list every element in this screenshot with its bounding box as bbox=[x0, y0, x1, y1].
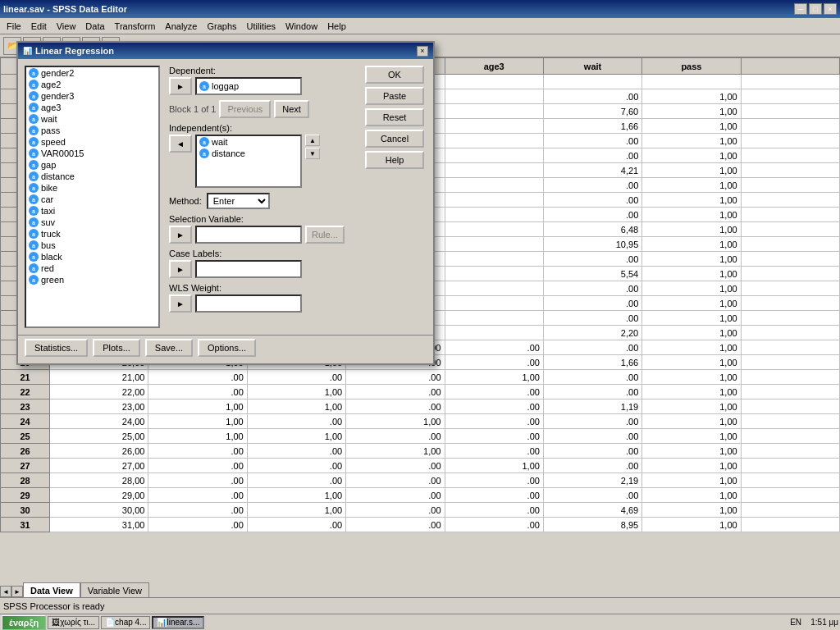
independents-listbox[interactable]: awaitadistance bbox=[195, 135, 302, 188]
cell-extra[interactable] bbox=[741, 385, 839, 399]
cell-age3[interactable] bbox=[445, 252, 543, 267]
menu-view[interactable]: View bbox=[52, 20, 81, 33]
indep-list-item[interactable]: await bbox=[197, 136, 300, 148]
cell-accomp[interactable]: 24,00 bbox=[50, 414, 148, 429]
cell-extra[interactable] bbox=[741, 178, 839, 193]
cell-wait[interactable] bbox=[543, 75, 641, 89]
paste-button[interactable]: Paste bbox=[365, 87, 424, 105]
cancel-button[interactable]: Cancel bbox=[365, 130, 424, 148]
cell-wait[interactable]: .00 bbox=[543, 459, 641, 473]
cell-wait[interactable]: .00 bbox=[543, 311, 641, 326]
var-list-item[interactable]: aspeed bbox=[26, 136, 158, 148]
var-list-item[interactable]: aVAR00015 bbox=[26, 148, 158, 159]
cell-extra[interactable] bbox=[741, 134, 839, 148]
reset-button[interactable]: Reset bbox=[365, 108, 424, 126]
cell-wait[interactable]: 4,69 bbox=[543, 503, 641, 518]
var-list-item[interactable]: apass bbox=[26, 125, 158, 136]
cell-age2[interactable]: .00 bbox=[247, 444, 345, 459]
cell-pass[interactable]: 1,00 bbox=[642, 104, 741, 119]
cell-extra[interactable] bbox=[741, 414, 839, 429]
cell-extra[interactable] bbox=[741, 355, 839, 370]
cell-pass[interactable]: 1,00 bbox=[642, 355, 741, 370]
cell-age3[interactable] bbox=[445, 237, 543, 252]
cell-extra[interactable] bbox=[741, 89, 839, 104]
cell-pass[interactable]: 1,00 bbox=[642, 296, 741, 311]
cell-age3[interactable] bbox=[445, 208, 543, 222]
cell-wait[interactable]: .00 bbox=[543, 178, 641, 193]
cell-gender3[interactable]: .00 bbox=[346, 518, 445, 532]
menu-graphs[interactable]: Graphs bbox=[202, 20, 241, 33]
cell-age3[interactable]: .00 bbox=[445, 355, 543, 370]
cell-extra[interactable] bbox=[741, 503, 839, 518]
cell-pass[interactable]: 1,00 bbox=[642, 281, 741, 296]
cell-pass[interactable]: 1,00 bbox=[642, 237, 741, 252]
cell-age2[interactable]: .00 bbox=[247, 459, 345, 473]
cell-extra[interactable] bbox=[741, 281, 839, 296]
cell-gender3[interactable]: .00 bbox=[346, 473, 445, 488]
var-list-item[interactable]: atruck bbox=[26, 228, 158, 240]
cell-extra[interactable] bbox=[741, 444, 839, 459]
cell-wait[interactable]: 1,66 bbox=[543, 119, 641, 134]
close-button[interactable]: × bbox=[824, 3, 837, 15]
cell-age2[interactable]: .00 bbox=[247, 518, 345, 532]
cell-age3[interactable] bbox=[445, 267, 543, 281]
cell-accomp[interactable]: 30,00 bbox=[50, 503, 148, 518]
cell-gender3[interactable]: .00 bbox=[346, 429, 445, 444]
cell-wait[interactable]: 1,66 bbox=[543, 355, 641, 370]
cell-pass[interactable]: 1,00 bbox=[642, 163, 741, 178]
cell-pass[interactable]: 1,00 bbox=[642, 134, 741, 148]
var-list-item[interactable]: await bbox=[26, 113, 158, 125]
cell-extra[interactable] bbox=[741, 222, 839, 237]
tab-scroll-left[interactable]: ◄ bbox=[0, 586, 11, 597]
cell-pass[interactable]: 1,00 bbox=[642, 148, 741, 163]
cell-accomp[interactable]: 27,00 bbox=[50, 459, 148, 473]
cell-pass[interactable]: 1,00 bbox=[642, 414, 741, 429]
cell-wait[interactable]: .00 bbox=[543, 134, 641, 148]
cell-age3[interactable] bbox=[445, 326, 543, 340]
cell-age3[interactable]: .00 bbox=[445, 473, 543, 488]
dialog-close-button[interactable]: × bbox=[417, 46, 428, 57]
cell-wait[interactable]: 5,54 bbox=[543, 267, 641, 281]
cell-age2[interactable]: .00 bbox=[247, 473, 345, 488]
menu-file[interactable]: File bbox=[2, 20, 26, 33]
cell-pass[interactable]: 1,00 bbox=[642, 208, 741, 222]
variable-listbox[interactable]: agender2aage2agender3aage3awaitapassaspe… bbox=[25, 66, 160, 328]
cell-extra[interactable] bbox=[741, 104, 839, 119]
cell-extra[interactable] bbox=[741, 311, 839, 326]
cell-extra[interactable] bbox=[741, 75, 839, 89]
save-button[interactable]: Save... bbox=[145, 339, 193, 357]
plots-button[interactable]: Plots... bbox=[93, 339, 140, 357]
var-list-item[interactable]: adistance bbox=[26, 171, 158, 182]
cell-age3[interactable] bbox=[445, 134, 543, 148]
cell-accomp[interactable]: 23,00 bbox=[50, 399, 148, 414]
tab-scroll-right[interactable]: ► bbox=[11, 586, 23, 597]
cell-age3[interactable] bbox=[445, 148, 543, 163]
cell-age3[interactable] bbox=[445, 222, 543, 237]
var-list-item[interactable]: abike bbox=[26, 182, 158, 194]
cell-extra[interactable] bbox=[741, 267, 839, 281]
cell-wait[interactable]: .00 bbox=[543, 89, 641, 104]
cell-wait[interactable]: .00 bbox=[543, 429, 641, 444]
maximize-button[interactable]: □ bbox=[809, 3, 822, 15]
cell-extra[interactable] bbox=[741, 252, 839, 267]
start-button[interactable]: έναρξη bbox=[2, 615, 46, 630]
independents-arrow-button[interactable]: ◄ bbox=[169, 135, 192, 153]
cell-wait[interactable]: .00 bbox=[543, 370, 641, 385]
tab-data-view[interactable]: Data View bbox=[23, 582, 80, 597]
cell-age2[interactable]: 1,00 bbox=[247, 399, 345, 414]
tab-variable-view[interactable]: Variable View bbox=[80, 582, 149, 597]
cell-wait[interactable]: .00 bbox=[543, 488, 641, 503]
cell-age2[interactable]: 1,00 bbox=[247, 429, 345, 444]
cell-pass[interactable]: 1,00 bbox=[642, 89, 741, 104]
cell-age3[interactable]: .00 bbox=[445, 385, 543, 399]
cell-pass[interactable]: 1,00 bbox=[642, 119, 741, 134]
var-list-item[interactable]: ablack bbox=[26, 251, 158, 262]
var-list-item[interactable]: aage3 bbox=[26, 102, 158, 113]
dependent-arrow-button[interactable]: ► bbox=[169, 77, 192, 95]
cell-age2[interactable]: 1,00 bbox=[247, 503, 345, 518]
help-button[interactable]: Help bbox=[365, 151, 424, 169]
cell-wait[interactable]: .00 bbox=[543, 252, 641, 267]
cell-wait[interactable]: .00 bbox=[543, 281, 641, 296]
cell-extra[interactable] bbox=[741, 193, 839, 208]
cell-age3[interactable]: .00 bbox=[445, 414, 543, 429]
